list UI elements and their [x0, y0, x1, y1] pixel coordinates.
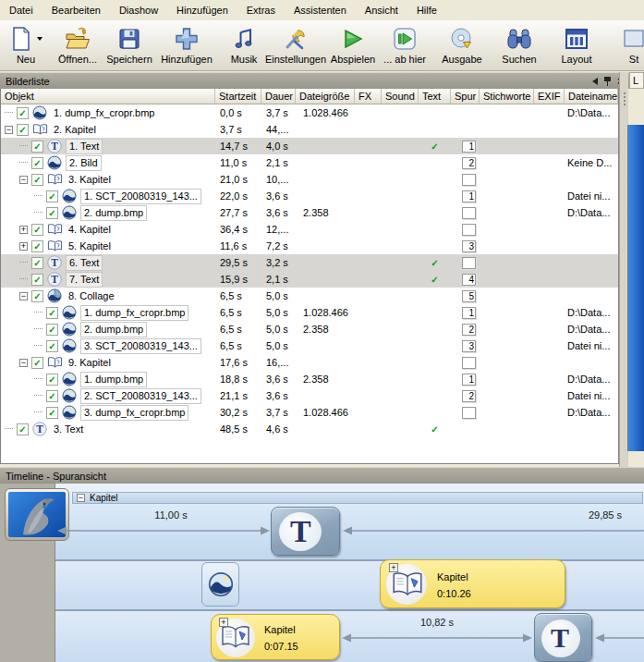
collapse-icon[interactable]: − — [19, 359, 28, 367]
chapter-group-bar[interactable]: − Kapitel — [72, 492, 643, 504]
object-name[interactable]: 3. dump_fx_cropr.bmp — [80, 405, 188, 421]
toolbar-music-note-button[interactable]: Musik — [218, 20, 270, 70]
toolbar-cd-output-button[interactable]: Ausgabe — [436, 20, 488, 70]
object-name[interactable]: 2. Kapitel — [51, 123, 99, 137]
object-name[interactable]: 4. Kapitel — [66, 223, 114, 237]
checkbox[interactable]: ✓ — [31, 357, 43, 369]
object-name[interactable]: 3. Text — [51, 423, 86, 436]
object-name[interactable]: 9. Kapitel — [66, 356, 114, 370]
table-row[interactable]: ✓2. SCT_20080319_143...21,1 s3,6 s2Datei… — [1, 387, 618, 404]
checkbox[interactable]: ✓ — [17, 124, 29, 136]
chapter-block-2[interactable]: + Kapitel 0:07.15 — [211, 614, 340, 660]
column-header-text[interactable]: Text — [419, 89, 451, 104]
bilderliste-panel-header[interactable]: Bilderliste × — [0, 72, 629, 89]
checkbox[interactable]: ✓ — [46, 340, 58, 352]
table-row[interactable]: ✓1. dump_fx_cropr.bmp0,0 s3,7 s1.028.466… — [1, 104, 618, 121]
menu-item-bearbeiten[interactable]: Bearbeiten — [43, 1, 110, 19]
table-row[interactable]: ✓3. SCT_20080319_143...6,5 s5,0 s3Datei … — [1, 337, 618, 354]
table-row[interactable]: ✓1. dump.bmp18,8 s3,6 s2.3581D:\Data... — [1, 371, 618, 387]
expand-block-icon[interactable]: + — [219, 618, 228, 627]
column-header-startzeit[interactable]: Startzeit — [215, 89, 261, 104]
collapse-icon[interactable]: − — [5, 126, 13, 134]
checkbox[interactable]: ✓ — [46, 207, 58, 219]
table-row[interactable]: ✓T7. Text15,9 s2,1 s✓4 — [1, 271, 618, 288]
table-row[interactable]: ✓3. dump_fx_cropr.bmp30,2 s3,7 s1.028.46… — [1, 404, 618, 421]
column-header-exif[interactable]: EXIF — [534, 89, 565, 104]
checkbox[interactable]: ✓ — [31, 290, 43, 302]
column-header-dateigre[interactable]: Dateigröße — [296, 89, 355, 104]
table-row[interactable]: +✓5. Kapitel11,6 s7,2 s3 — [1, 238, 618, 254]
object-name[interactable]: 1. SCT_20080319_143... — [80, 189, 201, 204]
chevron-left-icon[interactable] — [592, 78, 598, 85]
table-row[interactable]: −✓8. Collage6,5 s5,0 s5 — [1, 288, 618, 304]
checkbox[interactable]: ✓ — [46, 407, 58, 419]
chapter-block-1[interactable]: + Kapitel 0:10.26 — [380, 559, 565, 608]
checkbox[interactable]: ✓ — [31, 174, 43, 186]
object-name[interactable]: 1. Text — [66, 139, 103, 154]
image-object-block[interactable] — [201, 562, 239, 607]
object-name[interactable]: 1. dump_fx_cropr.bmp — [80, 305, 188, 321]
table-row[interactable]: ✓T3. Text48,5 s4,6 s✓ — [1, 421, 618, 437]
object-name[interactable]: 8. Collage — [66, 289, 117, 303]
toolbar-open-folder-button[interactable]: Öffnen... — [52, 20, 103, 70]
text-object-block[interactable]: T — [271, 507, 340, 556]
column-header-dateiname[interactable]: Dateiname — [565, 89, 618, 104]
pin-icon[interactable] — [604, 77, 611, 86]
table-row[interactable]: +✓4. Kapitel36,4 s12,... — [1, 221, 618, 238]
table-row[interactable]: ✓1. SCT_20080319_143...22,0 s3,6 s1Datei… — [1, 188, 618, 204]
checkbox[interactable]: ✓ — [46, 307, 58, 319]
expand-icon[interactable]: + — [19, 226, 28, 234]
object-name[interactable]: 2. dump.bmp — [80, 322, 147, 337]
expand-icon[interactable]: + — [19, 242, 28, 251]
toolbar-save-disk-button[interactable]: Speichern — [103, 20, 155, 70]
toolbar-layout-button[interactable]: Layout — [551, 20, 602, 70]
menu-item-hilfe[interactable]: Hilfe — [407, 1, 446, 19]
table-row[interactable]: ✓2. dump.bmp6,5 s5,0 s2.3582D:\Data... — [1, 321, 618, 337]
menu-item-ansicht[interactable]: Ansicht — [356, 1, 407, 19]
column-header-spur[interactable]: Spur — [451, 89, 480, 104]
toolbar-plus-button[interactable]: Hinzufügen — [161, 20, 213, 70]
toolbar-tools-button[interactable]: Einstellungen — [270, 20, 322, 70]
toolbar-clipped-button[interactable]: St — [608, 20, 644, 70]
column-header-fx[interactable]: FX — [355, 89, 382, 104]
column-header-stichworte[interactable]: Stichworte — [480, 89, 534, 104]
layout-panel-tab[interactable]: L — [629, 72, 644, 89]
checkbox[interactable]: ✓ — [46, 374, 58, 386]
checkbox[interactable]: ✓ — [46, 390, 58, 402]
checkbox[interactable]: ✓ — [17, 423, 29, 435]
object-name[interactable]: 3. Kapitel — [66, 173, 114, 187]
table-row[interactable]: ✓T1. Text14,7 s4,0 s✓1 — [1, 138, 618, 154]
checkbox[interactable]: ✓ — [31, 240, 43, 252]
object-name[interactable]: 2. SCT_20080319_143... — [80, 388, 201, 404]
text-object-block[interactable]: T — [534, 613, 592, 662]
checkbox[interactable]: ✓ — [31, 157, 43, 169]
timeline-panel-header[interactable]: Timeline - Spuransicht — [0, 467, 644, 484]
checkbox[interactable]: ✓ — [17, 107, 29, 119]
menu-item-diashow[interactable]: Diashow — [110, 1, 167, 19]
checkbox[interactable]: ✓ — [31, 224, 43, 236]
toolbar-play-button[interactable]: Abspielen — [327, 20, 379, 70]
toolbar-new-page-button[interactable]: Neu — [0, 20, 52, 70]
object-name[interactable]: 5. Kapitel — [66, 239, 114, 253]
table-row[interactable]: ✓T6. Text29,5 s3,2 s✓ — [1, 254, 618, 271]
menu-item-datei[interactable]: Datei — [0, 1, 43, 19]
object-name[interactable]: 2. Bild — [66, 155, 102, 171]
checkbox[interactable]: ✓ — [46, 324, 58, 336]
object-name[interactable]: 1. dump.bmp — [80, 372, 147, 387]
toolbar-play-from-here-button[interactable]: ... ab hier — [379, 20, 431, 70]
object-name[interactable]: 2. dump.bmp — [80, 205, 147, 221]
menu-item-hinzufgen[interactable]: Hinzufügen — [167, 1, 237, 19]
object-name[interactable]: 6. Text — [66, 255, 103, 271]
table-row[interactable]: −✓3. Kapitel21,0 s10,... — [1, 171, 618, 188]
collapse-icon[interactable]: − — [19, 292, 28, 300]
column-header-objekt[interactable]: Objekt — [1, 89, 215, 104]
checkbox[interactable]: ✓ — [31, 274, 43, 286]
toolbar-binoculars-button[interactable]: Suchen — [493, 20, 545, 70]
table-row[interactable]: ✓1. dump_fx_cropr.bmp6,5 s5,0 s1.028.466… — [1, 304, 618, 321]
checkbox[interactable]: ✓ — [46, 190, 58, 202]
object-name[interactable]: 1. dump_fx_cropr.bmp — [51, 106, 157, 120]
column-header-dauer[interactable]: Dauer — [261, 89, 296, 104]
table-row[interactable]: −✓2. Kapitel3,7 s44,... — [1, 121, 618, 138]
collapse-icon[interactable]: − — [19, 176, 28, 184]
table-row[interactable]: −✓9. Kapitel17,6 s16,... — [1, 354, 618, 371]
